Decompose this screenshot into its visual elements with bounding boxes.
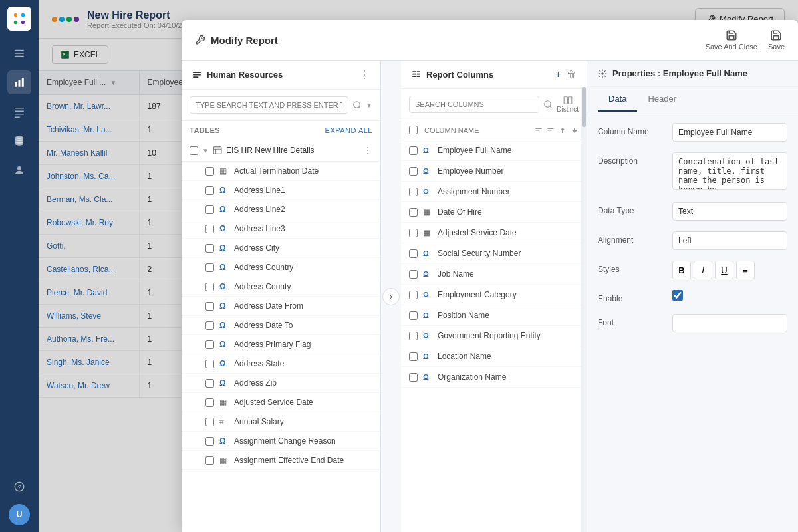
hr-tree-item[interactable]: ▦Actual Termination Date [182, 162, 380, 181]
hr-parent-checkbox[interactable] [190, 146, 198, 155]
hr-tree-item[interactable]: ΩAddress Zip [182, 374, 380, 393]
hr-tree-item[interactable]: #Annual Salary [182, 412, 380, 432]
rc-search-input[interactable] [409, 96, 539, 113]
expand-all-button[interactable]: EXPAND ALL [325, 126, 372, 134]
move-up-icon[interactable] [559, 126, 567, 134]
hr-tree-item[interactable]: ΩAddress Date To [182, 316, 380, 335]
rc-item-checkbox[interactable] [409, 249, 418, 258]
hr-tree-item[interactable]: ΩAddress Country [182, 258, 380, 277]
rc-list-item[interactable]: ΩJob Name [401, 264, 587, 285]
hr-panel-more-icon[interactable]: ⋮ [359, 68, 370, 81]
rc-list-item[interactable]: ΩAssignment Number [401, 182, 587, 202]
hr-item-checkbox[interactable] [205, 321, 214, 330]
rc-list-item[interactable]: ΩPosition Name [401, 305, 587, 326]
delete-column-icon[interactable]: 🗑 [567, 69, 576, 80]
underline-button[interactable]: U [715, 261, 733, 279]
hr-tree-item[interactable]: ΩAssignment Change Reason [182, 432, 380, 451]
rc-list-item[interactable]: ▦Adjusted Service Date [401, 223, 587, 243]
sidebar-item-analytics[interactable] [7, 70, 31, 94]
rc-list-item[interactable]: ΩOrganization Name [401, 367, 587, 388]
hr-item-checkbox[interactable] [205, 186, 214, 195]
move-down-icon[interactable] [571, 126, 579, 134]
save-button[interactable]: Save [768, 29, 785, 51]
rc-item-checkbox[interactable] [409, 311, 418, 320]
hr-item-checkbox[interactable] [205, 360, 214, 368]
rc-item-checkbox[interactable] [409, 167, 418, 176]
hr-search-dropdown-icon[interactable]: ▼ [366, 102, 372, 109]
hr-tree-parent[interactable]: ▼ EIS HR New Hire Details ⋮ [182, 140, 380, 162]
app-logo[interactable] [7, 7, 31, 31]
align-button[interactable]: ≡ [736, 261, 755, 279]
hr-item-checkbox[interactable] [205, 167, 214, 176]
sidebar-item-list[interactable] [7, 100, 31, 124]
hr-item-checkbox[interactable] [205, 398, 214, 407]
distinct-button[interactable]: Distinct [557, 96, 579, 113]
rc-panel: Report Columns + 🗑 Distinct [401, 61, 587, 532]
hr-panel-header: Human Resources ⋮ [182, 61, 380, 90]
rc-list-item[interactable]: ΩSocial Security Number [401, 243, 587, 264]
hr-tree-item[interactable]: ▦Adjusted Service Date [182, 393, 380, 412]
hr-search-input[interactable] [190, 96, 348, 114]
hr-tree-item[interactable]: ▦Assignment Effective End Date [182, 451, 380, 470]
prop-styles: Styles B I U ≡ [598, 261, 787, 279]
hr-tree-item[interactable]: ΩAddress County [182, 277, 380, 297]
rc-item-checkbox[interactable] [409, 352, 418, 361]
tab-header[interactable]: Header [637, 87, 687, 112]
hr-tree-item[interactable]: ΩAddress Line1 [182, 181, 380, 200]
hr-item-checkbox[interactable] [205, 263, 214, 272]
rc-item-checkbox[interactable] [409, 146, 418, 155]
rc-select-all-checkbox[interactable] [409, 126, 418, 134]
hr-tree-item[interactable]: ΩAddress State [182, 354, 380, 374]
hr-item-checkbox[interactable] [205, 418, 214, 426]
rc-item-checkbox[interactable] [409, 373, 418, 382]
sidebar-item-database[interactable] [7, 129, 31, 153]
hr-item-checkbox[interactable] [205, 244, 214, 253]
sort-asc-icon[interactable] [535, 126, 543, 134]
table-col-icon: ▦ [423, 229, 432, 237]
hr-item-checkbox[interactable] [205, 379, 214, 388]
rc-item-checkbox[interactable] [409, 270, 418, 279]
sidebar-item-menu[interactable] [7, 41, 31, 65]
sort-desc-icon[interactable] [547, 126, 555, 134]
rc-list-item[interactable]: ΩEmployment Category [401, 285, 587, 305]
save-and-close-button[interactable]: Save And Close [706, 29, 757, 51]
italic-button[interactable]: I [694, 261, 712, 279]
data-type-input[interactable] [672, 202, 787, 221]
rc-list-item[interactable]: ΩEmployee Number [401, 161, 587, 182]
rc-list-item[interactable]: ΩEmployee Full Name [401, 140, 587, 161]
hr-tree-item[interactable]: ΩAddress Date From [182, 297, 380, 316]
column-name-input[interactable] [672, 123, 787, 142]
hr-tree-item[interactable]: ΩAddress Line2 [182, 200, 380, 219]
rc-item-checkbox[interactable] [409, 208, 418, 217]
hr-tree-item[interactable]: ΩAddress Line3 [182, 219, 380, 239]
rc-item-checkbox[interactable] [409, 332, 418, 340]
rc-list-item[interactable]: ΩGovernment Reporting Entity [401, 326, 587, 346]
hr-item-checkbox[interactable] [205, 302, 214, 311]
props-panel-header: Properties : Employee Full Name [587, 61, 798, 87]
rc-list-item[interactable]: ΩLocation Name [401, 346, 587, 367]
sidebar-item-help[interactable]: ? [7, 475, 31, 499]
description-textarea[interactable] [672, 152, 787, 190]
tab-data[interactable]: Data [598, 87, 637, 112]
hr-item-checkbox[interactable] [205, 437, 214, 446]
font-input[interactable] [672, 314, 787, 332]
hr-item-checkbox[interactable] [205, 225, 214, 233]
hr-tree-item[interactable]: ΩAddress Primary Flag [182, 335, 380, 354]
hr-item-checkbox[interactable] [205, 340, 214, 349]
user-avatar[interactable]: U [9, 504, 30, 525]
hr-item-checkbox[interactable] [205, 456, 214, 465]
alignment-input[interactable] [672, 231, 787, 250]
hr-tree-item[interactable]: ΩAddress City [182, 239, 380, 258]
rc-item-checkbox[interactable] [409, 229, 418, 237]
add-column-button[interactable]: › [382, 288, 400, 305]
hr-item-checkbox[interactable] [205, 205, 214, 214]
parent-more-icon[interactable]: ⋮ [363, 145, 372, 156]
enable-checkbox[interactable] [672, 290, 683, 301]
sidebar-item-profile[interactable] [7, 158, 31, 182]
bold-button[interactable]: B [672, 261, 691, 279]
rc-item-checkbox[interactable] [409, 291, 418, 299]
hr-item-checkbox[interactable] [205, 283, 214, 291]
rc-item-checkbox[interactable] [409, 188, 418, 196]
add-column-icon[interactable]: + [555, 68, 561, 80]
rc-list-item[interactable]: ▦Date Of Hire [401, 202, 587, 223]
